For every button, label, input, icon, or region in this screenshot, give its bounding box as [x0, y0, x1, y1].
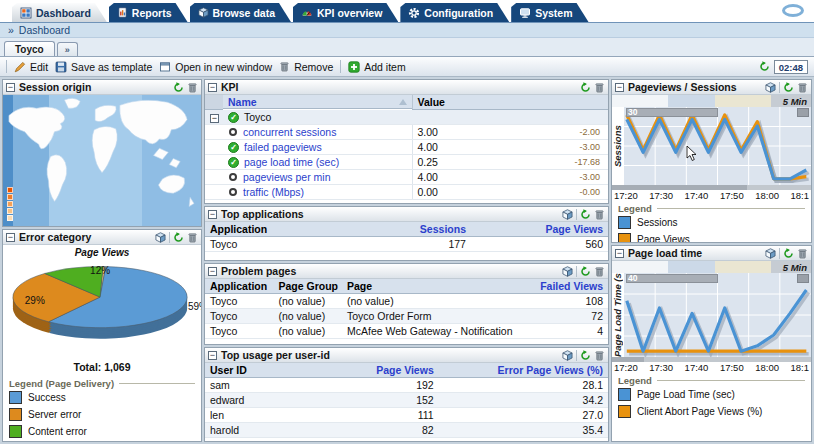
kpi-group-row[interactable]: Toyco	[205, 110, 608, 125]
legend-title: Legend	[618, 375, 652, 386]
world-map[interactable]	[3, 95, 201, 226]
collapse-icon[interactable]	[208, 351, 217, 360]
refresh-icon[interactable]	[783, 248, 794, 259]
delete-panel-icon[interactable]	[594, 82, 605, 93]
refresh-icon[interactable]	[759, 61, 770, 72]
column-header-name[interactable]: Name	[223, 95, 412, 109]
subtab-overflow[interactable]: »	[57, 42, 78, 56]
table-cell: (no value)	[342, 294, 527, 309]
add-item-button[interactable]: Add item	[348, 61, 405, 73]
delete-panel-icon[interactable]	[187, 232, 198, 243]
table-cell: Toyco Order Form	[342, 309, 527, 324]
table-row: Toyco(no value)McAfee Web Gateway - Noti…	[205, 324, 608, 339]
collapse-icon[interactable]	[208, 83, 217, 92]
refresh-icon[interactable]	[173, 232, 184, 243]
gear-icon	[408, 7, 420, 19]
delete-panel-icon[interactable]	[594, 209, 605, 220]
delete-panel-icon[interactable]	[187, 82, 198, 93]
column-header[interactable]: Error Page Views (%)	[439, 363, 608, 378]
pie-total: Total: 1,069	[3, 360, 201, 376]
column-header[interactable]: Page Group	[274, 279, 343, 294]
browse-data-icon[interactable]	[155, 232, 166, 243]
browse-data-icon[interactable]	[765, 82, 776, 93]
chart-bottom-scrollbar[interactable]	[612, 357, 811, 362]
collapse-icon[interactable]	[615, 83, 624, 92]
tab-reports[interactable]: Reports	[109, 3, 188, 22]
line-chart[interactable]: 40	[624, 273, 811, 357]
open-in-new-window-button[interactable]: Open in new window	[159, 61, 272, 73]
table-cell: 108	[527, 294, 608, 309]
breadcrumb-label[interactable]: Dashboard	[19, 24, 70, 36]
collapse-icon[interactable]	[615, 249, 624, 258]
column-header[interactable]: Application	[205, 222, 350, 237]
browse-data-icon[interactable]	[562, 350, 573, 361]
y-axis-label: Sessions	[612, 107, 624, 185]
map-legend-swatch	[7, 194, 13, 200]
save-icon	[55, 61, 67, 73]
column-header[interactable]: Application	[205, 279, 274, 294]
top-applications-table: ApplicationSessionsPage ViewsToyco177560	[205, 222, 608, 252]
delete-panel-icon[interactable]	[594, 266, 605, 277]
kpi-name-link[interactable]: concurrent sessions	[243, 126, 336, 138]
column-header[interactable]: User ID	[205, 363, 326, 378]
status-indicator-icon[interactable]	[782, 4, 804, 17]
subtab-toyco[interactable]: Toyco	[4, 41, 55, 56]
refresh-icon[interactable]	[783, 82, 794, 93]
browse-data-icon[interactable]	[562, 209, 573, 220]
collapse-icon[interactable]	[208, 210, 217, 219]
tab-configuration[interactable]: Configuration	[400, 3, 509, 22]
range-label: 5 Min	[783, 96, 807, 107]
sort-ascending-icon	[399, 99, 407, 105]
refresh-icon[interactable]	[580, 350, 591, 361]
x-axis-labels: 17:2017:3017:4017:5018:0018:1	[612, 362, 811, 373]
tab-system[interactable]: System	[511, 3, 588, 22]
remove-label: Remove	[294, 61, 333, 73]
refresh-icon[interactable]	[580, 209, 591, 220]
legend-label: Client Abort Page Views (%)	[637, 406, 762, 417]
legend-label: Server error	[28, 409, 81, 420]
column-header-value[interactable]: Value	[412, 95, 522, 110]
tab-kpi-overview[interactable]: KPI overview	[293, 3, 398, 22]
time-range-bar[interactable]: 5 Min	[612, 261, 811, 273]
collapse-group-icon[interactable]	[210, 114, 219, 123]
tab-dashboard[interactable]: Dashboard	[12, 3, 107, 22]
collapse-icon[interactable]	[208, 267, 217, 276]
refresh-icon[interactable]	[580, 82, 591, 93]
edit-button[interactable]: Edit	[14, 61, 48, 73]
chart-bottom-scrollbar[interactable]	[612, 185, 811, 190]
refresh-icon[interactable]	[173, 82, 184, 93]
kpi-name-link[interactable]: failed pageviews	[244, 141, 322, 153]
collapse-icon[interactable]	[6, 83, 15, 92]
column-header[interactable]: Page Views	[326, 363, 439, 378]
browse-data-icon[interactable]	[765, 248, 776, 259]
column-header[interactable]: Page Views	[471, 222, 608, 237]
app-window: Dashboard Reports Browse data KPI overvi…	[0, 0, 814, 444]
kpi-row: page load time (sec)0.25-17.68	[205, 155, 608, 170]
panel-title: Top usage per user-id	[221, 349, 330, 361]
kpi-name-link[interactable]: pageviews per min	[243, 171, 331, 183]
remove-button[interactable]: Remove	[279, 61, 333, 73]
collapse-icon[interactable]	[6, 233, 15, 242]
kpi-row: concurrent sessions3.00-2.00	[205, 125, 608, 140]
line-chart[interactable]: 30	[624, 107, 811, 185]
pie-chart[interactable]: 12% 29% 59%	[3, 258, 201, 360]
time-range-bar[interactable]: 5 Min	[612, 95, 811, 107]
kpi-name-link[interactable]: page load time (sec)	[244, 156, 339, 168]
refresh-icon[interactable]	[580, 266, 591, 277]
delete-panel-icon[interactable]	[594, 350, 605, 361]
column-header[interactable]: Failed Views	[527, 279, 608, 294]
dashboard-toolbar: Edit Save as template Open in new window…	[0, 57, 814, 77]
status-ok-icon	[228, 142, 239, 153]
column-header[interactable]: Sessions	[350, 222, 471, 237]
delete-panel-icon[interactable]	[797, 248, 808, 259]
save-as-template-button[interactable]: Save as template	[55, 61, 152, 73]
legend-swatch	[9, 408, 22, 421]
kpi-name-link[interactable]: traffic (Mbps)	[243, 186, 304, 198]
browse-data-icon[interactable]	[562, 266, 573, 277]
column-header[interactable]: Page	[342, 279, 527, 294]
legend-item: Client Abort Page Views (%)	[618, 403, 805, 420]
expander-column-header	[205, 95, 223, 110]
delete-panel-icon[interactable]	[797, 82, 808, 93]
table-cell: 34.2	[439, 393, 608, 408]
tab-browse-data[interactable]: Browse data	[190, 3, 291, 22]
